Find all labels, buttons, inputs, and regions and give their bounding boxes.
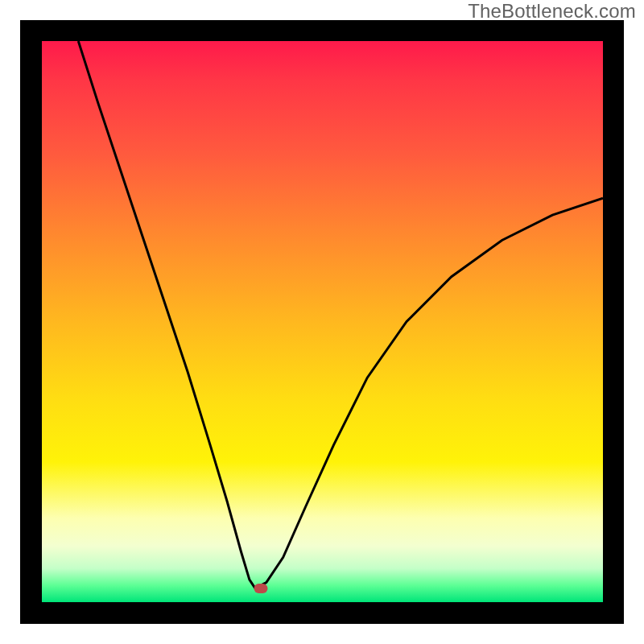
watermark-text: TheBottleneck.com — [468, 0, 636, 23]
curve-right-branch — [255, 198, 603, 588]
bottleneck-curve — [42, 41, 603, 602]
curve-left-branch — [78, 41, 255, 588]
chart-frame — [20, 20, 624, 624]
chart-stage: TheBottleneck.com — [0, 0, 644, 644]
plot-area — [42, 41, 603, 602]
minimum-marker — [254, 584, 267, 593]
